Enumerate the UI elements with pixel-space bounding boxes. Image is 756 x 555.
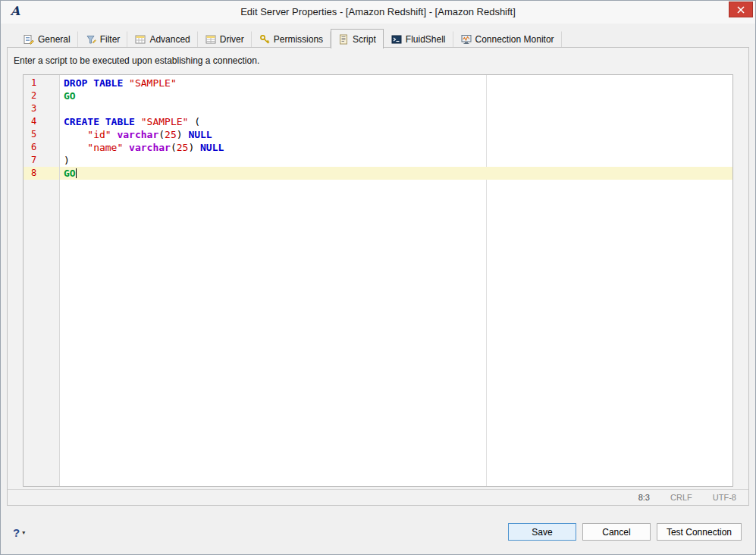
- code-line[interactable]: CREATE TABLE "SAMPLE" (: [60, 115, 732, 128]
- filter-icon: [86, 34, 96, 45]
- text-caret: [76, 168, 77, 178]
- window-title: Edit Server Properties - [Amazon Redshif…: [1, 1, 755, 24]
- tab-script[interactable]: Script: [331, 29, 384, 49]
- help-button[interactable]: ? ▾: [13, 524, 25, 541]
- tab-label: Filter: [100, 34, 121, 45]
- tab-filter[interactable]: Filter: [78, 31, 128, 48]
- editor-code-area[interactable]: DROP TABLE "SAMPLE"GOCREATE TABLE "SAMPL…: [60, 75, 732, 486]
- tab-advanced[interactable]: Advanced: [127, 31, 197, 48]
- edit-server-properties-dialog: A Edit Server Properties - [Amazon Redsh…: [0, 0, 756, 555]
- title-bar: A Edit Server Properties - [Amazon Redsh…: [1, 1, 755, 24]
- close-icon: [737, 6, 745, 14]
- tab-bar: General Filter Advanced Driver Permissio…: [7, 29, 749, 48]
- line-ending-indicator: CRLF: [670, 493, 692, 502]
- tab-connection-monitor[interactable]: Connection Monitor: [453, 31, 562, 48]
- dialog-footer: ? ▾ Save Cancel Test Connection: [1, 506, 755, 554]
- close-button[interactable]: [729, 2, 753, 17]
- driver-icon: [205, 34, 216, 45]
- tab-label: Script: [353, 34, 376, 45]
- tab-label: General: [38, 34, 71, 45]
- tab-permissions[interactable]: Permissions: [252, 31, 331, 48]
- line-number: 4: [24, 115, 59, 128]
- script-tab-panel: Enter a script to be executed upon estab…: [7, 47, 749, 506]
- permissions-icon: [259, 34, 270, 45]
- tab-label: FluidShell: [406, 34, 446, 45]
- advanced-icon: [135, 34, 146, 45]
- tab-fluidshell[interactable]: FluidShell: [384, 31, 453, 48]
- app-logo-icon: A: [8, 5, 22, 18]
- tab-label: Connection Monitor: [475, 34, 554, 45]
- editor-code: DROP TABLE "SAMPLE"GOCREATE TABLE "SAMPL…: [60, 77, 732, 180]
- test-connection-button[interactable]: Test Connection: [657, 523, 742, 541]
- line-number: 6: [24, 141, 59, 154]
- tab-driver[interactable]: Driver: [198, 31, 252, 48]
- help-icon: ?: [13, 526, 20, 539]
- chevron-down-icon: ▾: [22, 529, 25, 536]
- script-icon: [338, 34, 349, 45]
- code-line[interactable]: GO: [60, 89, 732, 102]
- line-number: 3: [24, 102, 59, 115]
- encoding-indicator: UTF-8: [713, 493, 736, 502]
- line-number: 7: [24, 154, 59, 167]
- editor-status-bar: 8:3 CRLF UTF-8: [8, 489, 748, 505]
- connection-monitor-icon: [461, 34, 472, 45]
- code-line[interactable]: "name" varchar(25) NULL: [60, 141, 732, 154]
- fluidshell-icon: [391, 34, 402, 45]
- save-button[interactable]: Save: [508, 523, 576, 541]
- code-line[interactable]: DROP TABLE "SAMPLE": [60, 77, 732, 89]
- tab-general[interactable]: General: [16, 31, 78, 48]
- code-line[interactable]: GO: [60, 167, 732, 180]
- tab-label: Advanced: [149, 34, 190, 45]
- cancel-button[interactable]: Cancel: [582, 523, 651, 541]
- tab-label: Permissions: [274, 34, 323, 45]
- general-icon: [24, 34, 34, 45]
- line-number: 8: [24, 167, 59, 180]
- code-line[interactable]: "id" varchar(25) NULL: [60, 128, 732, 141]
- editor-gutter: 12345678: [24, 75, 60, 486]
- action-buttons: Save Cancel Test Connection: [508, 523, 742, 541]
- line-number: 1: [24, 77, 59, 89]
- line-number: 5: [24, 128, 59, 141]
- code-line[interactable]: ): [60, 154, 732, 167]
- script-editor[interactable]: 12345678 DROP TABLE "SAMPLE"GOCREATE TAB…: [23, 74, 733, 487]
- code-line[interactable]: [60, 102, 732, 115]
- instruction-text: Enter a script to be executed upon estab…: [8, 48, 748, 74]
- tab-label: Driver: [220, 34, 244, 45]
- caret-position: 8:3: [638, 493, 650, 502]
- line-number: 2: [24, 89, 59, 102]
